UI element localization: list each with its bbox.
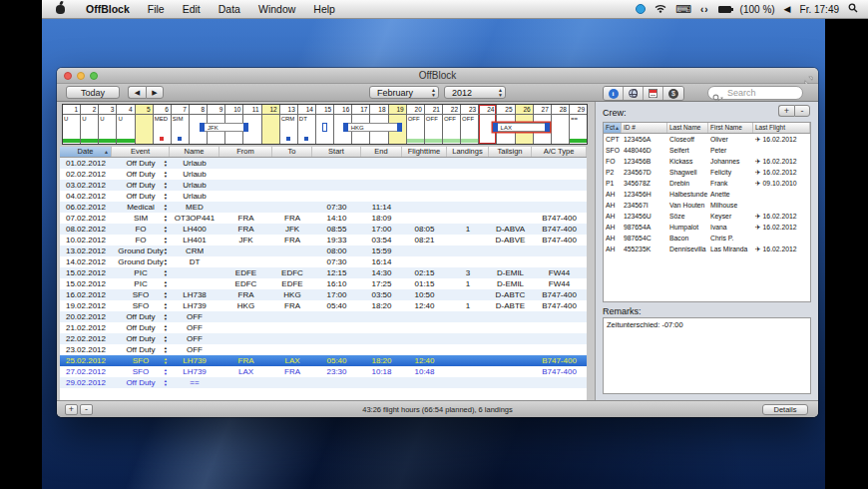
event-popup-icon[interactable] [165,302,167,310]
input-switch-icon[interactable]: ‹› [700,4,709,15]
calendar-day[interactable]: 7 SIM [172,105,190,144]
cell-event[interactable]: PIC [112,267,170,278]
month-popup[interactable]: February ▲▼ [369,86,439,99]
menu-clock[interactable]: Fr. 17:49 [800,4,839,15]
volume-icon[interactable]: ◀ [784,4,791,14]
table-row[interactable]: 15.02.2012 PIC EDFC EDFE 16:10 17:25 01:… [60,278,587,289]
cell-event[interactable]: Off Duty [112,191,170,202]
cell-event[interactable]: Off Duty [112,158,170,169]
title-bar[interactable]: OffBlock [57,68,818,84]
menu-app[interactable]: OffBlock [77,3,139,15]
event-popup-icon[interactable] [165,346,167,354]
battery-icon[interactable] [718,6,731,13]
cell-event[interactable]: SFO [112,355,170,366]
spotlight-icon[interactable] [848,3,858,15]
info-segment-button[interactable]: i [604,87,624,100]
crew-row[interactable]: AH 987654C Bacon Chris P. [604,233,810,244]
column-header-start[interactable]: Start [312,147,361,157]
table-row[interactable]: 15.02.2012 PIC EDFE EDFC 12:15 14:30 02:… [60,267,587,278]
cell-event[interactable]: Off Duty [112,333,170,344]
crew-row[interactable]: AH 123456U Söze Keyser ✈ 16.02.2012 [604,211,810,222]
calendar-day[interactable]: 15 [316,105,334,144]
table-row[interactable]: 02.02.2012 Off Duty Urlaub [60,169,587,180]
calendar-day[interactable]: 22 OFF [443,105,461,144]
calendar-day[interactable]: 25 [497,105,515,144]
crew-add-button[interactable]: + [778,105,794,117]
cell-event[interactable]: SFO [112,366,170,377]
calendar-day[interactable]: 16 [334,105,352,144]
column-header-end[interactable]: End [361,147,402,157]
table-row[interactable]: 29.02.2012 Off Duty == [60,377,587,388]
wifi-icon[interactable] [654,3,666,15]
remarks-textarea[interactable]: Zeitunterschied: -07:00 [603,317,811,394]
column-header-name[interactable]: Name [170,147,219,157]
calendar-day[interactable]: 21 OFF [425,105,443,144]
menu-window[interactable]: Window [249,3,304,15]
crew-row[interactable]: P1 345678Z Drebin Frank ✈ 09.10.2010 [604,178,810,189]
menu-data[interactable]: Data [210,3,249,15]
calendar-segment-button[interactable] [644,87,663,100]
crew-row[interactable]: AH 455235K Dennisevilla Las Miranda ✈ 16… [604,244,810,254]
calendar-day[interactable]: 3 U [99,105,117,144]
cell-event[interactable]: SFO [112,300,170,311]
calendar-day[interactable]: 13 CRM [280,105,298,144]
keyboard-input-icon[interactable]: ⌨ [675,4,691,14]
table-row[interactable]: 25.02.2012 SFO LH739 FRA LAX 05:40 18:20… [60,355,587,366]
calendar-day[interactable]: 26 [516,105,534,144]
event-popup-icon[interactable] [165,313,167,321]
cell-event[interactable]: Off Duty [112,180,170,191]
cell-event[interactable]: Ground Duty [112,256,170,267]
column-header-event[interactable]: Event [112,147,170,157]
globe-segment-button[interactable] [624,87,644,100]
cell-event[interactable]: Ground Duty [112,245,170,256]
calendar-day[interactable]: 17 [352,105,370,144]
crew-header-lastname[interactable]: Last Name [667,123,708,133]
event-popup-icon[interactable] [165,204,167,212]
cell-event[interactable]: PIC [112,278,170,289]
crew-header-fct[interactable]: Fct [604,123,622,133]
calendar-day[interactable]: 1 U [63,105,81,144]
crew-header-lastflight[interactable]: Last Flight [753,123,810,133]
event-popup-icon[interactable] [165,324,167,332]
event-popup-icon[interactable] [165,237,167,244]
calendar-day[interactable]: 14 DT [298,105,316,144]
messenger-status-icon[interactable] [636,4,646,14]
crew-header-id[interactable]: ID # [622,123,667,133]
event-popup-icon[interactable] [165,182,167,190]
table-row[interactable]: 14.02.2012 Ground Duty DT 07:30 16:14 [60,256,587,267]
table-row[interactable]: 03.02.2012 Off Duty Urlaub [60,180,587,191]
table-row[interactable]: 04.02.2012 Off Duty Urlaub [60,191,587,202]
crew-header-firstname[interactable]: First Name [708,123,753,133]
calendar-day[interactable]: 5 [136,105,154,144]
column-header-landings[interactable]: Landings [447,147,489,157]
table-row[interactable]: 16.02.2012 SFO LH738 FRA HKG 17:00 03:50… [60,289,587,300]
calendar-day[interactable]: 19 [389,105,407,144]
crew-row[interactable]: CPT 123456A Closeoff Oliver ✈ 16.02.2012 [604,134,810,145]
menu-edit[interactable]: Edit [174,3,210,15]
crew-row[interactable]: AH 987654A Humpalot Ivana ✈ 16.02.2012 [604,222,810,233]
event-popup-icon[interactable] [165,379,167,387]
finance-segment-button[interactable]: $ [663,87,683,100]
details-button[interactable]: Details [762,404,808,415]
crew-row[interactable]: FO 123456B Kickass Johannes ✈ 16.02.2012 [604,156,810,167]
cell-event[interactable]: Off Duty [112,322,170,333]
calendar-day[interactable]: 20 OFF [407,105,425,144]
year-popup[interactable]: 2012 ▲▼ [444,86,506,99]
cell-event[interactable]: FO [112,224,170,235]
column-header-flighttime[interactable]: Flighttime [402,147,447,157]
calendar-day[interactable]: 8 [190,105,208,144]
calendar-day[interactable]: 4 U [117,105,135,144]
table-row[interactable]: 06.02.2012 Medical MED 07:30 11:14 [60,202,587,213]
event-popup-icon[interactable] [165,335,167,343]
calendar-day[interactable]: 23 OFF [461,105,479,144]
event-popup-icon[interactable] [165,280,167,288]
crew-row[interactable]: AH 123456H Halbestunde Anette [604,189,810,200]
event-popup-icon[interactable] [165,171,167,179]
calendar-day[interactable]: 11 [243,105,261,144]
table-row[interactable]: 22.02.2012 Off Duty OFF [60,333,587,344]
calendar-day[interactable]: 24 [479,105,497,144]
table-row[interactable]: 20.02.2012 Off Duty OFF [60,311,587,322]
crew-row[interactable]: AH 234567I Van Houten Milhouse [604,200,810,211]
crew-row[interactable]: P2 234567D Shagwell Felicity ✈ 16.02.201… [604,167,810,178]
crew-remove-button[interactable]: - [794,105,810,117]
